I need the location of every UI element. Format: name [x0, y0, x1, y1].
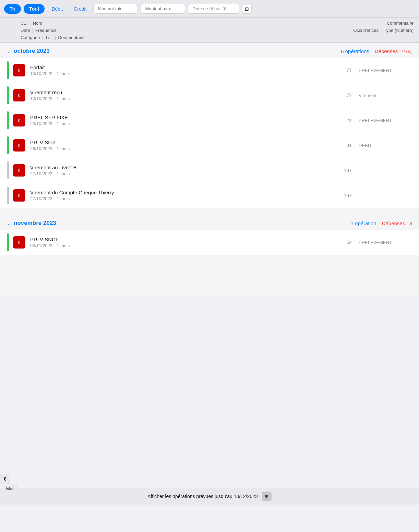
- tx-info: PRLV SNCF 03/11/2023 1 mois: [30, 237, 331, 248]
- tx-type: Virement: [359, 93, 414, 98]
- tx-info: Virement reçu 13/10/2023 1 mois: [30, 89, 331, 101]
- col-commentaire2: Commentaire: [58, 34, 85, 41]
- tx-name: Forfait: [30, 64, 331, 70]
- tx-freq: 1 mois: [57, 121, 70, 126]
- month-depenses-nov2023: Dépenses : 8: [382, 220, 412, 226]
- tx-freq: 1 mois: [57, 171, 70, 176]
- tout-button[interactable]: Tout: [24, 4, 45, 14]
- tx-info: PREL SFR FIXE 23/10/2023 1 mois: [30, 114, 331, 126]
- tx-indicator: [7, 161, 9, 179]
- month-depenses-oct2023: Dépenses : 274,: [375, 48, 412, 54]
- main-content: ⌄ octobre 2023 6 opérations Dépenses : 2…: [0, 43, 419, 296]
- month-ops-oct2023: 6 opérations: [341, 48, 369, 54]
- tx-meta: 13/10/2023 1 mois: [30, 71, 331, 76]
- tx-occurrences: 22: [331, 118, 352, 123]
- bank-logo: €: [13, 164, 25, 177]
- tx-name: Virement reçu: [30, 89, 331, 95]
- tx-type: PRELEVEMENT: [359, 68, 414, 73]
- tx-meta: 03/11/2023 1 mois: [30, 243, 331, 248]
- month-ops-nov2023: 1 opération: [351, 220, 376, 226]
- tx-date: 13/10/2023: [30, 71, 52, 76]
- date-debut-label: Date de début: [192, 6, 220, 11]
- month-header-oct2023: ⌄ octobre 2023 6 opérations Dépenses : 2…: [0, 43, 419, 58]
- calendar-icon: ⊞: [223, 6, 226, 11]
- debit-button[interactable]: Débit: [47, 4, 67, 14]
- tx-name: Virement du Compte Cheque Thierry: [30, 190, 331, 195]
- col-row-3: Catégorie | Tr... | Commentaire: [21, 34, 414, 41]
- col-row-2: Date | Fréquence Occurrences | Type (Num…: [21, 27, 414, 34]
- mail-badge: Mail: [3, 485, 18, 493]
- transaction-row[interactable]: € PRLV SFR 26/10/2023 1 mois 31 DEBIT: [0, 133, 419, 158]
- bank-logo: €: [13, 139, 25, 152]
- tx-occurrences: 77: [331, 93, 352, 98]
- tx-info: Virement au Livret B 27/10/2023 1 mois: [30, 165, 331, 176]
- col-frequence: Fréquence: [35, 27, 57, 34]
- bottom-grid-icon[interactable]: ⊞: [262, 492, 272, 501]
- tx-occurrences: 187: [331, 168, 352, 173]
- month-chevron-nov2023[interactable]: ⌄: [7, 220, 11, 226]
- tx-type: PRELEVEMENT: [359, 118, 414, 123]
- svg-text:€: €: [18, 168, 21, 173]
- tx-info: Virement du Compte Cheque Thierry 27/10/…: [30, 190, 331, 201]
- svg-text:€: €: [18, 118, 21, 123]
- tx-freq: 1 mois: [57, 71, 70, 76]
- montant-max-input[interactable]: [141, 4, 185, 14]
- bottom-bar: Afficher les opérations prévues jusqu'au…: [0, 488, 419, 505]
- col-commentaire: Commentaire: [387, 20, 414, 27]
- column-headers: C... | Nom Commentaire Date | Fréquence …: [0, 18, 419, 43]
- bank-logo: €: [13, 89, 25, 101]
- transaction-row[interactable]: € PRLV SNCF 03/11/2023 1 mois 52 PRELEVE…: [0, 230, 419, 255]
- transaction-row[interactable]: € Virement reçu 13/10/2023 1 mois 77 Vir…: [0, 83, 419, 108]
- col-row-1: C... | Nom Commentaire: [21, 20, 414, 27]
- tx-freq: 1 mois: [57, 196, 70, 201]
- tx-type: DEBIT: [359, 143, 414, 148]
- col-occurrences: Occurrences: [353, 27, 379, 34]
- tri-button[interactable]: Tri: [4, 4, 21, 14]
- date-debut-field[interactable]: Date de début ⊞: [188, 4, 239, 14]
- tx-indicator: [7, 111, 9, 129]
- bottom-bar-text: Afficher les opérations prévues jusqu'au…: [147, 494, 258, 499]
- transaction-row[interactable]: € PREL SFR FIXE 23/10/2023 1 mois 22 PRE…: [0, 108, 419, 133]
- col-type: Type (Numéro): [384, 27, 414, 34]
- montant-min-input[interactable]: [93, 4, 138, 14]
- tx-meta: 27/10/2023 1 mois: [30, 196, 331, 201]
- month-header-nov2023: ⌄ novembre 2023 1 opération Dépenses : 8: [0, 215, 419, 230]
- tx-indicator: [7, 186, 9, 204]
- month-chevron-oct2023[interactable]: ⌄: [7, 48, 11, 54]
- transaction-row[interactable]: € Virement du Compte Cheque Thierry 27/1…: [0, 183, 419, 208]
- tx-name: PRLV SFR: [30, 140, 331, 145]
- tx-info: Forfait 13/10/2023 1 mois: [30, 64, 331, 76]
- col-tr: Tr...: [45, 34, 53, 41]
- tx-meta: 13/10/2023 1 mois: [30, 96, 331, 101]
- month-title-nov2023: novembre 2023: [14, 220, 351, 227]
- transaction-row[interactable]: € Forfait 13/10/2023 1 mois 77 PRELEVEME…: [0, 58, 419, 83]
- tx-indicator: [7, 61, 9, 79]
- tx-name: PREL SFR FIXE: [30, 114, 331, 120]
- grid-view-icon[interactable]: ⊟: [242, 4, 252, 14]
- tx-name: Virement au Livret B: [30, 165, 331, 170]
- tx-name: PRLV SNCF: [30, 237, 331, 242]
- tx-meta: 23/10/2023 1 mois: [30, 121, 331, 126]
- tx-type: PRELEVEMENT: [359, 240, 414, 245]
- bank-logo: €: [13, 236, 25, 249]
- month-title-oct2023: octobre 2023: [14, 48, 341, 55]
- tx-date: 13/10/2023: [30, 96, 52, 101]
- bank-logo: €: [13, 189, 25, 202]
- tx-date: 27/10/2023: [30, 196, 52, 201]
- tx-occurrences: 187: [331, 193, 352, 198]
- col-c: C...: [21, 20, 27, 27]
- tx-freq: 1 mois: [57, 96, 70, 101]
- group-separator: [0, 208, 419, 215]
- tx-date: 26/10/2023: [30, 146, 52, 151]
- tx-date: 23/10/2023: [30, 121, 52, 126]
- month-group-oct2023: € Forfait 13/10/2023 1 mois 77 PRELEVEME…: [0, 58, 419, 208]
- transaction-row[interactable]: € Virement au Livret B 27/10/2023 1 mois…: [0, 158, 419, 183]
- col-categorie: Catégorie: [21, 34, 40, 41]
- euro-badge: €: [0, 474, 10, 484]
- svg-text:€: €: [18, 68, 21, 73]
- tx-meta: 27/10/2023 1 mois: [30, 171, 331, 176]
- tx-indicator: [7, 233, 9, 251]
- tx-date: 27/10/2023: [30, 171, 52, 176]
- tx-freq: 1 mois: [57, 243, 70, 248]
- credit-button[interactable]: Crédit: [70, 4, 91, 14]
